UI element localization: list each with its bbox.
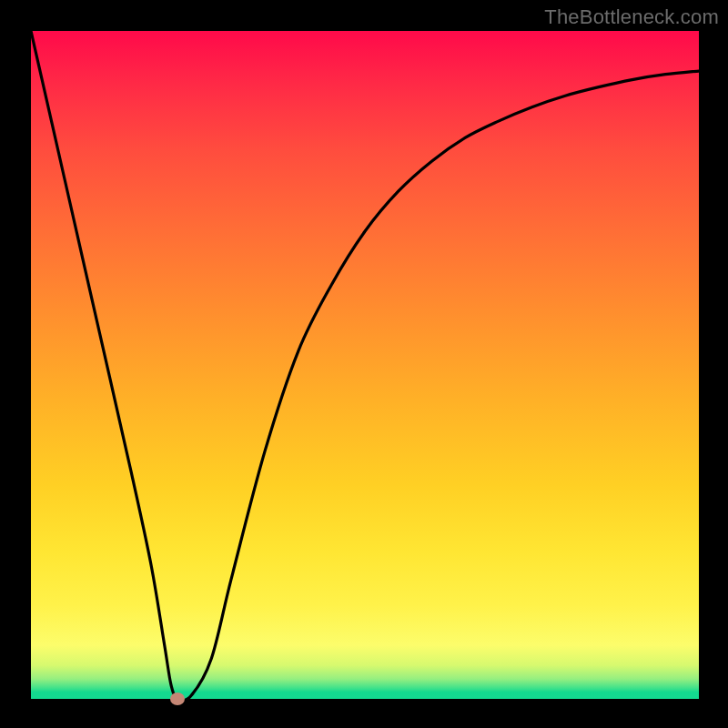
plot-area	[31, 31, 699, 699]
bottleneck-curve-path	[31, 31, 699, 699]
chart-frame: TheBottleneck.com	[0, 0, 728, 728]
curve-svg	[31, 31, 699, 699]
bottleneck-point-marker	[170, 693, 185, 705]
watermark-text: TheBottleneck.com	[544, 5, 719, 29]
